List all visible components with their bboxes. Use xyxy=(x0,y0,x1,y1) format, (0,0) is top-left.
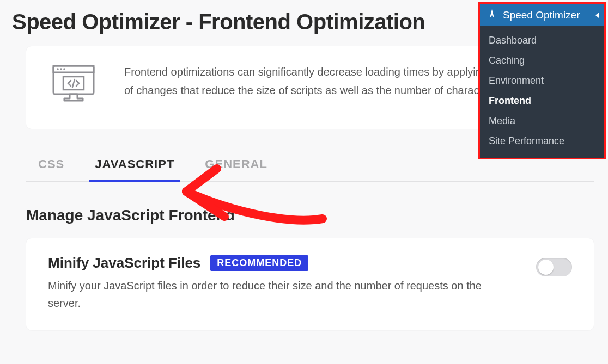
svg-point-2 xyxy=(57,68,59,70)
setting-minify-js: Minify JavaScript Files RECOMMENDED Mini… xyxy=(26,238,594,330)
speed-optimizer-icon xyxy=(487,8,497,22)
svg-point-4 xyxy=(63,68,65,70)
flyout-item-site-performance[interactable]: Site Performance xyxy=(480,131,604,151)
setting-description: Minify your JavaScript files in order to… xyxy=(48,277,484,312)
section-title: Manage JavaScript Frontend xyxy=(26,207,608,224)
recommended-badge: RECOMMENDED xyxy=(210,255,308,271)
intro-text: Frontend optimizations can significantly… xyxy=(124,63,538,100)
svg-rect-1 xyxy=(53,66,94,72)
flyout-item-caching[interactable]: Caching xyxy=(480,51,604,71)
flyout-item-media[interactable]: Media xyxy=(480,111,604,131)
tab-general[interactable]: GENERAL xyxy=(205,157,267,181)
flyout-item-frontend[interactable]: Frontend xyxy=(480,91,604,111)
flyout-item-environment[interactable]: Environment xyxy=(480,71,604,91)
flyout-item-dashboard[interactable]: Dashboard xyxy=(480,30,604,51)
setting-title: Minify JavaScript Files xyxy=(48,255,200,272)
tab-javascript[interactable]: JAVASCRIPT xyxy=(95,157,174,181)
flyout-title: Speed Optimizer xyxy=(503,9,580,21)
svg-point-3 xyxy=(60,68,62,70)
flyout-header[interactable]: Speed Optimizer xyxy=(480,4,604,26)
admin-flyout-menu: Speed Optimizer Dashboard Caching Enviro… xyxy=(478,2,606,159)
tab-css[interactable]: CSS xyxy=(38,157,64,181)
minify-js-toggle[interactable] xyxy=(536,258,572,276)
caret-left-icon xyxy=(595,13,599,18)
frontend-tabs: CSS JAVASCRIPT GENERAL xyxy=(26,157,594,182)
toggle-knob xyxy=(538,260,554,275)
frontend-icon xyxy=(50,63,100,109)
